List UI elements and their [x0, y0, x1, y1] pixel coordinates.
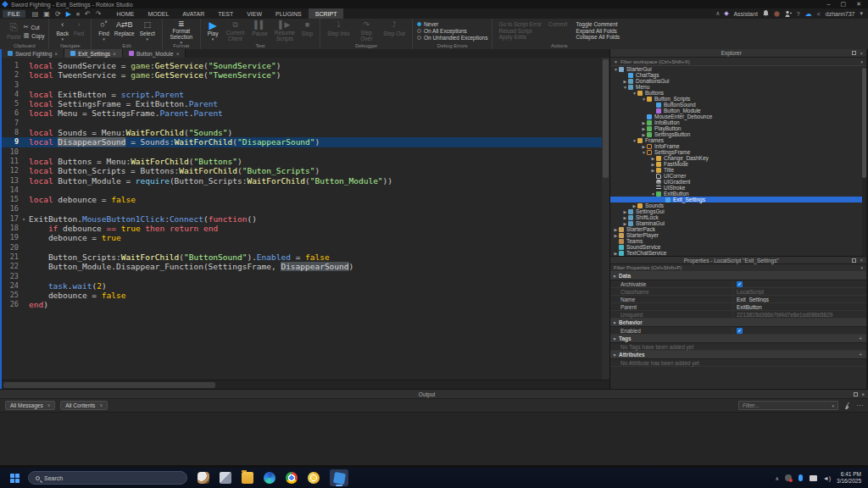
replace-button[interactable]: A⇄BReplace: [112, 20, 137, 42]
close-tab-icon[interactable]: ×: [113, 51, 116, 57]
code-line-20[interactable]: 20: [2, 243, 609, 252]
code-line-15[interactable]: 15local debounce = false: [2, 195, 609, 204]
expand-arrow-icon[interactable]: ▶: [613, 233, 619, 238]
tree-item-frames[interactable]: ▼Frames: [610, 137, 866, 143]
expand-arrow-icon[interactable]: ▶: [650, 162, 656, 167]
username-label[interactable]: dzhann737: [826, 11, 855, 17]
filter-caret-icon[interactable]: ▾: [860, 59, 863, 64]
file-menu-button[interactable]: FILE: [3, 10, 25, 18]
section-collapse-icon[interactable]: ▼: [610, 320, 619, 325]
tab-test[interactable]: TEST: [211, 8, 240, 19]
commit-button[interactable]: Commit: [548, 21, 567, 27]
editor-vertical-scrollbar[interactable]: [602, 58, 609, 380]
tray-app-icon[interactable]: [785, 474, 792, 481]
fold-arrow-icon[interactable]: ▾: [19, 214, 29, 224]
tree-item-infoframe[interactable]: ▶InfoFrame: [610, 143, 866, 149]
tree-item-textchatservice[interactable]: ▶TextChatService: [610, 250, 866, 256]
property-value[interactable]: ✓: [733, 280, 866, 287]
output-menu-icon[interactable]: ⋯: [856, 402, 863, 409]
output-filter-input[interactable]: Filter...▾: [738, 401, 838, 410]
debug-errors-option-all[interactable]: On All Exceptions: [417, 28, 488, 34]
volume-icon[interactable]: ◄): [823, 475, 831, 481]
expand-arrow-icon[interactable]: ▶: [650, 156, 656, 161]
code-line-9[interactable]: 9local DisappearSound = Sounds:WaitForCh…: [2, 137, 609, 147]
close-tab-icon[interactable]: ×: [176, 51, 180, 57]
code-line-11[interactable]: 11local Buttons = Menu:WaitForChild("But…: [2, 157, 609, 166]
tree-item-starterpack[interactable]: ▶StarterPack: [610, 226, 866, 232]
add-icon[interactable]: +: [859, 336, 866, 341]
chrome-icon[interactable]: [286, 472, 298, 484]
notifications-bell-icon[interactable]: [763, 10, 769, 17]
section-collapse-icon[interactable]: ▼: [610, 274, 619, 279]
property-row-archivable[interactable]: Archivable✓: [610, 280, 866, 288]
expand-arrow-icon[interactable]: ▼: [632, 91, 637, 96]
back-button[interactable]: ‹Back▾: [53, 20, 70, 42]
tab-home[interactable]: HOME: [109, 8, 141, 19]
tree-item-settingsgui[interactable]: ▶SettingsGui: [610, 208, 866, 214]
reload-script-button[interactable]: Reload Script: [498, 28, 531, 34]
pause-button[interactable]: ▌▌Pause: [249, 20, 270, 42]
expand-arrow-icon[interactable]: ▼: [632, 138, 637, 143]
expand-arrow-icon[interactable]: ▶: [641, 126, 647, 131]
tree-item-teams[interactable]: Teams: [610, 238, 866, 244]
scrollbar-thumb[interactable]: [603, 59, 609, 178]
undo-icon[interactable]: ↶: [85, 10, 91, 18]
expand-arrow-icon[interactable]: ▶: [613, 251, 619, 256]
code-line-25[interactable]: 25 debounce = false: [2, 291, 609, 300]
format-selection-button[interactable]: ≣Format Selection▾: [167, 20, 196, 42]
tree-item-buttonsound[interactable]: ButtonSound: [610, 102, 866, 108]
close-tab-icon[interactable]: ×: [54, 51, 58, 57]
close-panel-icon[interactable]: ×: [861, 391, 865, 397]
tree-item-uicorner[interactable]: UICorner: [610, 173, 866, 179]
tab-avatar[interactable]: AVATAR: [175, 8, 211, 19]
goto-script-error-button[interactable]: Go to Script Error: [498, 21, 542, 27]
expand-arrow-icon[interactable]: ▶: [622, 215, 628, 220]
file-explorer-icon[interactable]: [242, 472, 253, 484]
code-line-21[interactable]: 21 Button_Scripts:WaitForChild("ButtonSo…: [2, 252, 609, 262]
code-line-8[interactable]: 8local Sounds = Menu:WaitForChild("Sound…: [2, 128, 609, 137]
tree-item-mouseenter_debounce[interactable]: MouseEnter_Debounce: [610, 114, 866, 119]
toggle-comment-button[interactable]: Toggle Comment: [576, 21, 617, 27]
cloud-sync-icon[interactable]: ☁: [805, 10, 812, 18]
tree-item-playbutton[interactable]: ▶PlayButton: [610, 125, 866, 131]
doc-tab-sword-fighting[interactable]: Sword Fighting×: [2, 49, 64, 58]
new-file-icon[interactable]: ▤: [32, 10, 39, 18]
code-line-18[interactable]: 18 if debounce == true then return end: [2, 224, 609, 233]
tree-item-settingsbutton[interactable]: ▶SettingsButton: [610, 131, 866, 137]
editor-horizontal-scrollbar[interactable]: [2, 380, 609, 389]
code-line-14[interactable]: 14: [2, 186, 609, 195]
clear-output-broom-icon[interactable]: [843, 402, 851, 409]
current-client-button[interactable]: ⧉Current Client: [220, 20, 249, 42]
code-line-10[interactable]: 10: [2, 147, 609, 157]
open-icon[interactable]: ▣: [43, 10, 50, 18]
section-tags[interactable]: ▼Tags+: [610, 335, 866, 343]
contents-filter-dropdown[interactable]: All Contents∨: [60, 401, 108, 410]
user-avatar[interactable]: [774, 11, 780, 17]
debug-errors-option-never[interactable]: Never: [417, 21, 488, 27]
close-button[interactable]: ✕: [856, 0, 861, 8]
explorer-filter-input[interactable]: ▼ Filter workspace (Ctrl+Shift+X) ▾: [610, 58, 866, 66]
close-panel-icon[interactable]: ×: [860, 258, 863, 263]
expand-arrow-icon[interactable]: ▼: [641, 97, 647, 102]
step-over-button[interactable]: ↷Step Over: [352, 20, 381, 42]
property-value[interactable]: 2213815d366b7bf4d7e8e1sd086b5829: [733, 311, 866, 318]
collapse-ribbon-icon[interactable]: ∧: [715, 10, 720, 17]
paste-button[interactable]: ⎘ Paste: [4, 20, 24, 42]
select-button[interactable]: ⬚Select▾: [137, 20, 158, 42]
code-line-1[interactable]: 1local SoundService = game:GetService("S…: [2, 61, 609, 70]
undock-panel-icon[interactable]: [852, 51, 856, 55]
section-data[interactable]: ▼Data: [610, 272, 866, 280]
code-line-16[interactable]: 16: [2, 204, 609, 214]
tree-item-chattags[interactable]: ChatTags: [610, 72, 866, 78]
step-out-button[interactable]: ⤴Step Out: [381, 20, 408, 42]
taskbar-clock[interactable]: 6:41 PM 3/16/2025: [837, 471, 861, 485]
code-line-3[interactable]: 3: [2, 80, 609, 90]
start-button-icon[interactable]: [10, 474, 19, 483]
tree-item-staminagui[interactable]: ▶StaminaGui: [610, 220, 866, 226]
tree-item-shiftlock[interactable]: ▶ShiftLock: [610, 214, 866, 220]
tray-chevron-up-icon[interactable]: ∧: [775, 475, 778, 481]
taskbar-search-input[interactable]: Search: [28, 471, 187, 485]
scrollbar-thumb[interactable]: [862, 68, 866, 178]
section-collapse-icon[interactable]: ▼: [610, 352, 619, 358]
code-line-24[interactable]: 24 task.wait(2): [2, 281, 609, 291]
